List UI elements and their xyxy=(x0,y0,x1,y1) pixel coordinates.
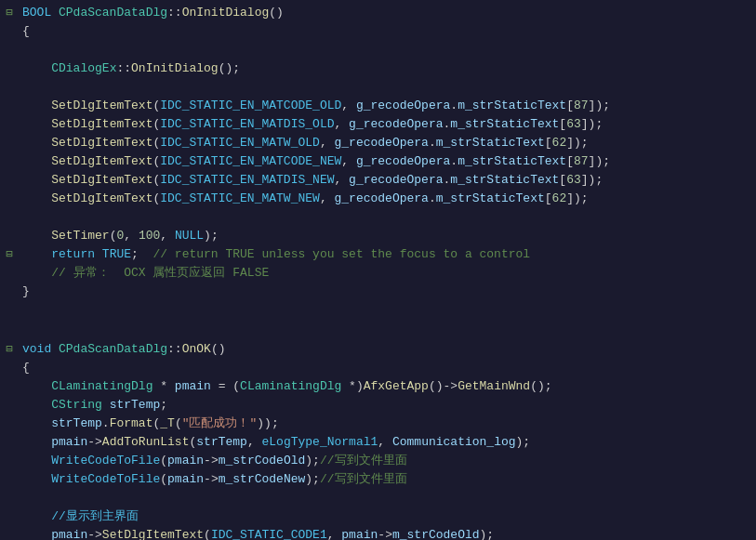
token: , xyxy=(341,154,356,168)
token xyxy=(22,173,51,187)
token xyxy=(22,247,51,261)
line-content: //显示到主界面 xyxy=(19,507,756,526)
token: -> xyxy=(87,528,102,540)
token: pmain xyxy=(175,379,211,393)
token: g_recodeOpera xyxy=(335,191,429,205)
line-content xyxy=(19,489,756,507)
gutter-symbol: ⊟ xyxy=(0,340,19,359)
token: IDC_STATIC_EN_MATDIS_NEW xyxy=(160,173,334,187)
token xyxy=(22,61,51,75)
code-line: ⊟void CPdaScanDataDlg::OnOK() xyxy=(0,340,756,359)
token: -> xyxy=(204,454,219,468)
code-line: strTemp.Format(_T("匹配成功！")); xyxy=(0,415,756,433)
line-content: WriteCodeToFile(pmain->m_strCodeNew);//写… xyxy=(19,470,756,489)
token: m_strStaticText xyxy=(436,191,545,205)
line-content: pmain->AddToRunList(strTemp, eLogType_No… xyxy=(19,433,756,452)
token: (); xyxy=(530,379,551,393)
token: BOOL xyxy=(22,6,59,20)
line-content: strTemp.Format(_T("匹配成功！")); xyxy=(19,415,756,433)
token: )); xyxy=(257,416,278,430)
token: g_recodeOpera xyxy=(349,117,443,131)
token: SetDlgItemText xyxy=(51,117,153,131)
code-line: SetDlgItemText(IDC_STATIC_EN_MATCODE_NEW… xyxy=(0,152,756,171)
token: 87 xyxy=(574,154,589,168)
token: OnOK xyxy=(182,342,211,356)
token xyxy=(22,154,51,168)
token: ( xyxy=(160,454,167,468)
token: ]); xyxy=(566,191,588,205)
token: [ xyxy=(545,191,552,205)
code-editor: ⊟BOOL CPdaScanDataDlg::OnInitDialog(){ C… xyxy=(0,0,756,540)
token: return xyxy=(51,247,102,261)
line-content: SetDlgItemText(IDC_STATIC_EN_MATW_NEW, g… xyxy=(19,190,756,208)
token: NULL xyxy=(175,229,204,243)
token: CLaminatingDlg xyxy=(51,379,153,393)
token: IDC_STATIC_EN_MATW_OLD xyxy=(160,136,320,150)
token: strTemp xyxy=(51,416,102,430)
token: () xyxy=(269,6,284,20)
token: ]); xyxy=(566,136,588,150)
token: g_recodeOpera xyxy=(349,173,443,187)
token: g_recodeOpera xyxy=(356,154,450,168)
line-content xyxy=(19,303,756,322)
code-line xyxy=(0,322,756,340)
code-line: pmain->SetDlgItemText(IDC_STATIC_CODE1, … xyxy=(0,526,756,540)
line-content: { xyxy=(19,359,756,377)
token: ; xyxy=(160,398,167,412)
code-line xyxy=(0,41,756,59)
token xyxy=(22,117,51,131)
token: //显示到主界面 xyxy=(51,509,139,523)
token: :: xyxy=(167,342,182,356)
code-line: { xyxy=(0,359,756,377)
line-content: SetTimer(0, 100, NULL); xyxy=(19,227,756,245)
token xyxy=(22,454,51,468)
token: . xyxy=(102,416,110,430)
code-line: ⊟ return TRUE; // return TRUE unless you… xyxy=(0,245,756,264)
line-content: CString strTemp; xyxy=(19,396,756,415)
token: IDC_STATIC_EN_MATCODE_NEW xyxy=(160,154,341,168)
token: CLaminatingDlg xyxy=(240,379,341,393)
code-line: { xyxy=(0,22,756,41)
token xyxy=(22,472,51,486)
token: pmain xyxy=(51,435,87,449)
token: // 异常： OCX 属性页应返回 FALSE xyxy=(51,266,269,280)
code-line xyxy=(0,303,756,322)
token: SetDlgItemText xyxy=(51,173,153,187)
token: m_strStaticText xyxy=(450,117,559,131)
token: pmain xyxy=(167,454,204,468)
token: , xyxy=(247,435,262,449)
token: [ xyxy=(566,99,574,112)
token: , xyxy=(320,191,335,205)
line-content: return TRUE; // return TRUE unless you s… xyxy=(19,245,756,264)
token: ); xyxy=(480,528,495,540)
token: pmain xyxy=(341,528,378,540)
code-line: CDialogEx::OnInitDialog(); xyxy=(0,59,756,78)
token: , xyxy=(378,435,392,449)
code-line: SetDlgItemText(IDC_STATIC_EN_MATCODE_OLD… xyxy=(0,97,756,115)
line-content xyxy=(19,322,756,340)
token: //写到文件里面 xyxy=(320,454,407,468)
code-line xyxy=(0,489,756,507)
token: :: xyxy=(116,61,131,75)
token: = ( xyxy=(211,379,240,393)
token: [ xyxy=(559,117,566,131)
token: 62 xyxy=(552,136,567,150)
token: { xyxy=(22,361,30,375)
token: ()-> xyxy=(429,379,458,393)
token xyxy=(22,266,51,280)
token: ); xyxy=(204,229,219,243)
code-line: //显示到主界面 xyxy=(0,507,756,526)
token: IDC_STATIC_EN_MATDIS_OLD xyxy=(160,117,334,131)
token xyxy=(22,528,51,540)
token: SetTimer xyxy=(51,229,109,243)
line-content: SetDlgItemText(IDC_STATIC_EN_MATCODE_OLD… xyxy=(19,97,756,115)
token: -> xyxy=(87,435,102,449)
token xyxy=(22,379,51,393)
token: 62 xyxy=(552,191,567,205)
line-content: SetDlgItemText(IDC_STATIC_EN_MATW_OLD, g… xyxy=(19,134,756,152)
code-line: SetTimer(0, 100, NULL); xyxy=(0,227,756,245)
code-line xyxy=(0,208,756,227)
token: m_strCodeOld xyxy=(219,454,306,468)
token xyxy=(22,435,51,449)
line-content: SetDlgItemText(IDC_STATIC_EN_MATCODE_NEW… xyxy=(19,152,756,171)
